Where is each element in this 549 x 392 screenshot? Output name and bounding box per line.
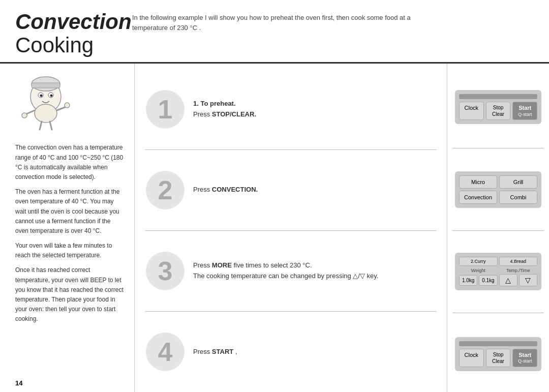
panel3-bottom-row: 1.0kg 0.1kg △ ▽ (459, 274, 537, 286)
title-cooking: Cooking (15, 34, 132, 57)
svg-text:1: 1 (158, 95, 173, 124)
step-2-instruction: Press CONVECTION. (193, 185, 258, 195)
down-arrow-button[interactable]: ▽ (519, 274, 537, 286)
step-3-instruction-line2: The cooking temperature can be changed b… (193, 271, 378, 282)
step-2-text: Press CONVECTION. (193, 185, 258, 195)
svg-line-15 (40, 122, 42, 130)
stop-clear-button-4[interactable]: Stop Clear (486, 349, 511, 367)
qstart-label-1: Q-start (516, 112, 534, 118)
svg-point-14 (65, 103, 70, 108)
up-arrow-button[interactable]: △ (499, 274, 517, 286)
header-description: In the following example I will show you… (132, 10, 447, 33)
button-panel-1: Clock Stop Clear Start Q-start (455, 90, 541, 124)
clock-button-4[interactable]: Clock (459, 349, 484, 367)
mascot-icon (15, 74, 76, 135)
step-3: 3 Press MORE five times to select 230 °C… (145, 231, 437, 312)
combi-button[interactable]: Combi (499, 191, 537, 204)
step-3-text: Press MORE five times to select 230 °C. … (193, 260, 378, 282)
title-convection: Convection (15, 10, 132, 34)
svg-rect-2 (32, 83, 60, 88)
stop-clear-button-1[interactable]: Stop Clear (486, 102, 511, 120)
svg-line-13 (57, 107, 66, 110)
panel-1-row: Clock Stop Clear Start Q-start (459, 102, 537, 120)
button-panel-3: 2.Curry 4.Bread Weight Temp./Time 1.0kg … (455, 253, 541, 290)
step-number-4: 4 (145, 331, 186, 372)
svg-text:2: 2 (158, 175, 173, 205)
panel-top-strip-1 (459, 94, 537, 99)
step-3-instruction-line1: Press MORE five times to select 230 °C. (193, 260, 378, 271)
page-number: 14 (15, 379, 22, 387)
clear-label-1: Clear (490, 111, 507, 117)
start-label-1: Start (516, 104, 534, 111)
clear-label-4: Clear (490, 358, 507, 365)
panel-4-row: Clock Stop Clear Start Q-start (459, 349, 537, 367)
svg-text:3: 3 (158, 256, 173, 286)
mode-grid: Micro Grill Convection Combi (459, 175, 537, 204)
weight-01kg-button[interactable]: 0.1kg (479, 275, 497, 286)
page-header: Convection Cooking In the following exam… (0, 0, 549, 64)
title-block: Convection Cooking (15, 10, 132, 57)
svg-text:4: 4 (158, 337, 173, 367)
curry-button[interactable]: 2.Curry (459, 257, 498, 266)
start-button-4[interactable]: Start Q-start (512, 349, 537, 367)
button-panel-4: Clock Stop Clear Start Q-start (455, 337, 541, 371)
svg-point-12 (22, 113, 27, 118)
stop-label-1: Stop (490, 104, 507, 111)
panel3-top-row: 2.Curry 4.Bread (459, 257, 537, 266)
left-para-2: The oven has a ferment function at the o… (15, 187, 124, 236)
panel-slot-2: Micro Grill Convection Combi (452, 148, 544, 231)
weight-1kg-button[interactable]: 1.0kg (459, 275, 477, 286)
step-number-1: 1 (145, 89, 186, 130)
svg-line-16 (50, 122, 52, 130)
left-para-4: Once it has reached correct temperature,… (15, 265, 124, 324)
svg-point-10 (35, 104, 57, 123)
right-column: Clock Stop Clear Start Q-start Micro Gri (447, 64, 549, 392)
step-number-3: 3 (145, 251, 186, 291)
stop-label-4: Stop (490, 351, 507, 358)
clock-button-1[interactable]: Clock (459, 102, 484, 120)
step-2: 2 Press CONVECTION. (145, 150, 437, 231)
button-panel-2: Micro Grill Convection Combi (455, 171, 541, 208)
temp-label: Temp./Time (499, 268, 538, 273)
svg-point-6 (50, 95, 53, 97)
grill-button[interactable]: Grill (499, 175, 537, 189)
step-1: 1 1. To preheat. Press STOP/CLEAR. (145, 69, 437, 149)
panel-top-strip-4 (459, 341, 537, 346)
step-4-text: Press START , (193, 347, 237, 357)
start-button-1[interactable]: Start Q-start (512, 102, 537, 120)
micro-button[interactable]: Micro (459, 175, 497, 189)
svg-point-5 (40, 95, 43, 97)
convection-button[interactable]: Convection (459, 191, 497, 204)
step-4-instruction: Press START , (193, 347, 237, 357)
step-1-instruction: Press STOP/CLEAR. (193, 109, 256, 120)
qstart-label-4: Q-start (516, 358, 534, 365)
left-para-1: The convection oven has a temperature ra… (15, 143, 124, 182)
weight-temp-labels: Weight Temp./Time (459, 268, 537, 273)
panel-slot-3: 2.Curry 4.Bread Weight Temp./Time 1.0kg … (452, 231, 544, 313)
main-content: The convection oven has a temperature ra… (0, 64, 549, 392)
bread-button[interactable]: 4.Bread (499, 257, 538, 266)
step-number-2: 2 (145, 170, 186, 210)
left-column: The convection oven has a temperature ra… (0, 64, 135, 392)
step-1-text: 1. To preheat. Press STOP/CLEAR. (193, 99, 256, 120)
steps-column: 1 1. To preheat. Press STOP/CLEAR. 2 Pre… (135, 64, 447, 392)
step-4: 4 Press START , (145, 312, 437, 392)
start-label-4: Start (516, 351, 534, 358)
left-para-3: Your oven will take a few minutes to rea… (15, 241, 124, 260)
panel-slot-1: Clock Stop Clear Start Q-start (452, 66, 544, 148)
step-1-label: 1. To preheat. (193, 99, 256, 109)
panel-slot-4: Clock Stop Clear Start Q-start (452, 313, 544, 392)
weight-label: Weight (459, 268, 498, 273)
